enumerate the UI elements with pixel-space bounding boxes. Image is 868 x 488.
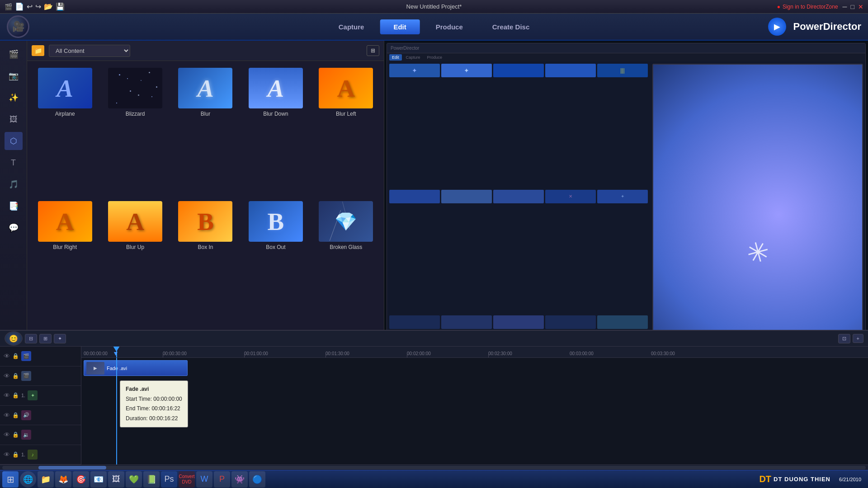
app-icon: 🎥 — [7, 15, 29, 38]
transition-airplane[interactable]: A Airplane — [32, 66, 98, 195]
taskbar-program6[interactable]: 🖼 — [108, 471, 124, 488]
transition-broken-glass-label: Broken Glass — [330, 244, 362, 250]
track2-icon: 🎬 — [21, 371, 31, 381]
track-header-4: 👁 🔒 🔊 — [0, 406, 81, 426]
close-button[interactable]: ✕ — [858, 3, 863, 10]
track-header-2: 👁 🔒 🎬 — [0, 366, 81, 386]
track6-lock[interactable]: 🔒 — [12, 451, 19, 458]
track3-visibility[interactable]: 👁 — [4, 392, 10, 399]
tooltip-dur-label: Duration: — [126, 415, 148, 422]
track-headers: 👁 🔒 🎬 👁 🔒 🎬 👁 🔒 1. ✦ 👁 🔒 🔊 — [0, 347, 81, 465]
transition-blur-up-label: Blur Up — [126, 244, 144, 250]
track6-visibility[interactable]: 👁 — [4, 451, 10, 458]
taskbar-program12[interactable]: P — [214, 471, 230, 488]
transition-blur[interactable]: A Blur — [172, 66, 239, 195]
sidebar-audio-icon[interactable]: 🎵 — [5, 175, 23, 193]
timeline-area: 😊 ⊟ ⊞ ✦ ⊡ + 👁 🔒 🎬 👁 🔒 🎬 👁 � — [0, 330, 868, 470]
track-header-6: 👁 🔒 1. ♪ — [0, 445, 81, 465]
save-icon[interactable]: 💾 — [56, 2, 65, 11]
video-clip[interactable]: ▶ Fade .avi — [84, 360, 188, 376]
transition-box-out[interactable]: B Box Out — [242, 199, 309, 328]
timeline-btn2[interactable]: ⊞ — [39, 334, 52, 343]
tab-capture[interactable]: Capture — [325, 19, 378, 34]
content-filter-dropdown[interactable]: All Content — [49, 45, 130, 57]
timeline-zoom-in[interactable]: + — [853, 334, 863, 343]
taskbar-program8[interactable]: 📗 — [143, 471, 160, 488]
track5-lock[interactable]: 🔒 — [12, 432, 19, 438]
transition-broken-glass[interactable]: 💎 Broken Glass — [313, 199, 379, 328]
sidebar-media-icon[interactable]: 🎬 — [5, 45, 23, 63]
taskbar-word[interactable]: W — [196, 471, 212, 488]
sign-in-link[interactable]: ● Sign in to DirectorZone — [777, 4, 838, 10]
taskbar-program5[interactable]: 📧 — [90, 471, 107, 488]
new-icon[interactable]: 📄 — [15, 2, 24, 11]
tab-produce[interactable]: Produce — [422, 19, 476, 34]
maximize-button[interactable]: □ — [851, 3, 854, 10]
taskbar-chrome[interactable]: 🔵 — [249, 471, 265, 488]
sidebar-pip-icon[interactable]: 🖼 — [5, 110, 23, 128]
clip-area: ▶ Fade .avi Fade .avi Start Time: 00:00:… — [81, 358, 868, 465]
grid-view-button[interactable]: ⊞ — [367, 45, 379, 56]
tooltip-dur-val: 00:00:16:22 — [149, 415, 178, 422]
track4-visibility[interactable]: 👁 — [4, 412, 10, 419]
redo-icon[interactable]: ↪ — [35, 2, 41, 11]
track1-lock[interactable]: 🔒 — [12, 353, 19, 359]
tab-create-disc[interactable]: Create Disc — [479, 19, 543, 34]
tab-edit[interactable]: Edit — [380, 19, 420, 34]
transition-airplane-label: Airplane — [55, 111, 75, 117]
track2-visibility[interactable]: 👁 — [4, 372, 10, 380]
content-toolbar: 📁 All Content ⊞ — [27, 41, 384, 61]
sidebar-subtitle-icon[interactable]: 💬 — [5, 219, 23, 237]
timeline-snap-button[interactable]: ⊡ — [838, 334, 850, 343]
transition-blur-up[interactable]: A Blur Up — [102, 199, 168, 328]
clip-tooltip: Fade .avi Start Time: 00:00:00:00 End Ti… — [120, 380, 188, 427]
track3-lock[interactable]: 🔒 — [12, 392, 19, 399]
taskbar-time: 6/21/2010 — [839, 477, 866, 482]
timeline-btn1[interactable]: ⊟ — [25, 334, 37, 343]
transition-blur-left[interactable]: A Blur Left — [313, 66, 379, 195]
title-bar-left: 🎬 📄 ↩ ↪ 📂 💾 — [5, 2, 65, 11]
record-icon: ● — [777, 4, 780, 10]
track5-visibility[interactable]: 👁 — [4, 431, 10, 438]
tooltip-end-label: End Time: — [126, 405, 150, 412]
track2-lock[interactable]: 🔒 — [12, 373, 19, 379]
sidebar-transitions-icon[interactable]: ⬡ — [5, 132, 23, 150]
sidebar-chaptertool-icon[interactable]: 📑 — [5, 197, 23, 215]
taskbar-firefox[interactable]: 🦊 — [55, 471, 71, 488]
brand-logo: ▶ PowerDirector — [768, 18, 861, 36]
transition-blizzard[interactable]: Blizzard — [102, 66, 168, 195]
taskbar-program4[interactable]: 🎯 — [73, 471, 89, 488]
undo-icon[interactable]: ↩ — [27, 2, 33, 11]
app-menu-icon[interactable]: 🎬 — [5, 3, 12, 10]
timeline-scrollbar[interactable] — [0, 465, 868, 470]
track3-icon: ✦ — [28, 390, 38, 400]
brand-name: PowerDirector — [793, 21, 861, 33]
transition-box-in[interactable]: B Box In — [172, 199, 239, 328]
track-header-3: 👁 🔒 1. ✦ — [0, 386, 81, 406]
sidebar-capture-icon[interactable]: 📷 — [5, 67, 23, 85]
taskbar-ie[interactable]: 🌐 — [20, 471, 36, 488]
track1-visibility[interactable]: 👁 — [4, 352, 10, 360]
start-button[interactable]: ⊞ — [2, 471, 19, 488]
timeline-avatar: 😊 — [5, 331, 23, 346]
taskbar-program7[interactable]: 💚 — [126, 471, 142, 488]
taskbar-dvd[interactable]: Convert DVD — [179, 471, 195, 488]
tooltip-clip-name: Fade .avi — [126, 386, 149, 392]
sidebar-effects-icon[interactable]: ✨ — [5, 89, 23, 107]
taskbar-photoshop[interactable]: Ps — [161, 471, 177, 488]
timeline-btn3[interactable]: ✦ — [54, 334, 66, 343]
folder-button[interactable]: 📁 — [32, 45, 44, 56]
transition-blur-right[interactable]: A Blur Right — [32, 199, 98, 328]
minimize-button[interactable]: ─ — [843, 3, 847, 10]
track4-lock[interactable]: 🔒 — [12, 412, 19, 418]
sidebar-titles-icon[interactable]: T — [5, 154, 23, 172]
title-bar: 🎬 📄 ↩ ↪ 📂 💾 New Untitled Project* ● Sign… — [0, 0, 868, 14]
taskbar-program13[interactable]: 👾 — [231, 471, 248, 488]
taskbar-explorer[interactable]: 📁 — [38, 471, 54, 488]
app-logo-area: 🎥 — [7, 15, 29, 38]
transition-blur-down[interactable]: A Blur Down — [242, 66, 309, 195]
playhead[interactable] — [116, 358, 117, 465]
open-icon[interactable]: 📂 — [44, 2, 53, 11]
app-header: 🎥 Capture Edit Produce Create Disc ▶ Pow… — [0, 14, 868, 41]
taskbar: ⊞ 🌐 📁 🦊 🎯 📧 🖼 💚 📗 Ps Convert DVD W P 👾 🔵… — [0, 470, 868, 488]
